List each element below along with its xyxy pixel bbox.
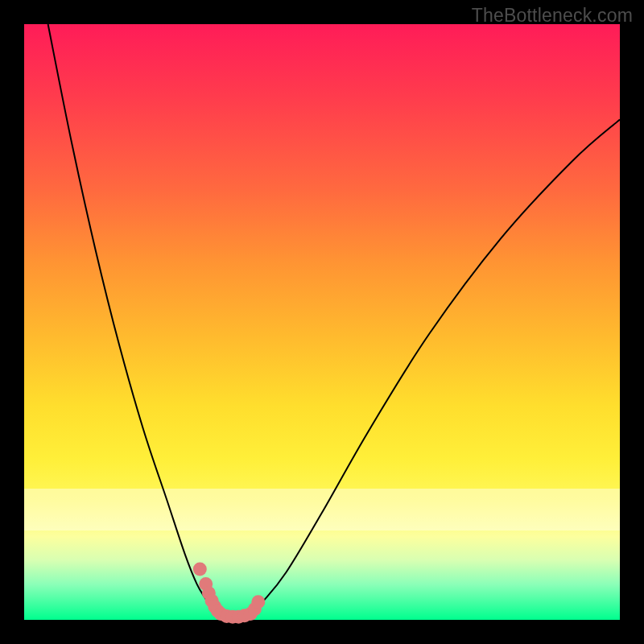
watermark-text: TheBottleneck.com bbox=[472, 5, 633, 27]
valley-marker bbox=[251, 595, 265, 609]
plot-area bbox=[24, 24, 620, 620]
bottleneck-curve bbox=[48, 24, 620, 617]
curve-path bbox=[48, 24, 620, 617]
curve-layer bbox=[24, 24, 620, 620]
chart-frame: TheBottleneck.com bbox=[0, 0, 644, 644]
valley-markers bbox=[193, 563, 266, 624]
valley-marker bbox=[193, 563, 207, 576]
